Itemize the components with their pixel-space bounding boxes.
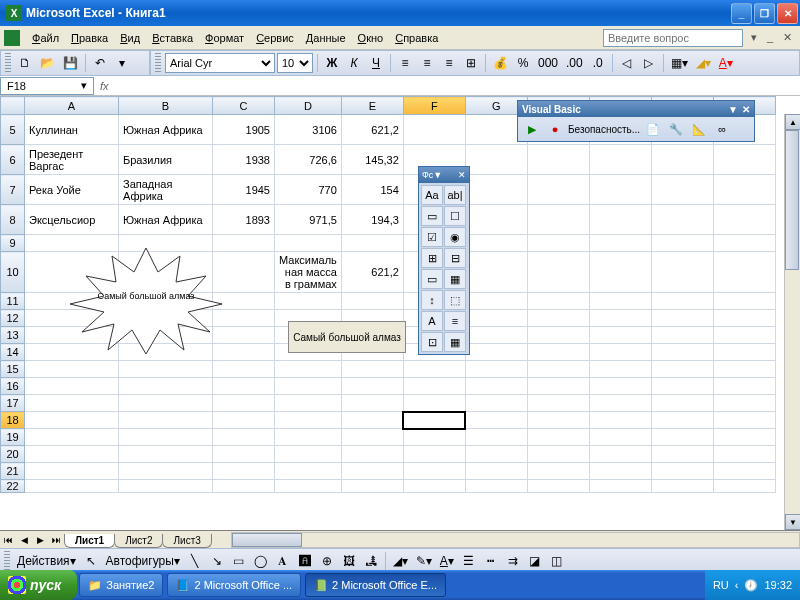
line-button[interactable]: ╲ xyxy=(185,551,205,571)
cell[interactable] xyxy=(713,293,775,310)
cell[interactable] xyxy=(403,480,465,493)
toolbox-control-icon[interactable]: ↕ xyxy=(421,290,443,310)
cell[interactable] xyxy=(341,480,403,493)
menu-вид[interactable]: Вид xyxy=(114,30,146,46)
vb-editor-button[interactable]: 📄 xyxy=(643,119,663,139)
cell[interactable] xyxy=(465,293,527,310)
cell[interactable] xyxy=(651,446,713,463)
cell[interactable] xyxy=(527,463,589,480)
wordart-button[interactable]: 🅰 xyxy=(295,551,315,571)
tab-next-button[interactable]: ▶ xyxy=(32,532,48,548)
new-button[interactable]: 🗋 xyxy=(15,53,35,73)
cell[interactable] xyxy=(651,412,713,429)
cell[interactable] xyxy=(527,429,589,446)
cell[interactable] xyxy=(465,344,527,361)
toolbox-control-icon[interactable]: ≡ xyxy=(444,311,466,331)
cell[interactable] xyxy=(713,480,775,493)
percent-button[interactable]: % xyxy=(513,53,533,73)
open-button[interactable]: 📂 xyxy=(37,53,58,73)
cell[interactable] xyxy=(527,252,589,293)
cell[interactable]: 154 xyxy=(341,175,403,205)
sheet-macro-button[interactable]: Самый большой алмаз xyxy=(288,321,406,353)
cell[interactable] xyxy=(713,175,775,205)
cell[interactable] xyxy=(651,175,713,205)
cell[interactable] xyxy=(119,412,213,429)
save-button[interactable]: 💾 xyxy=(60,53,81,73)
borders-button[interactable]: ▦▾ xyxy=(668,53,691,73)
cell[interactable] xyxy=(25,412,119,429)
cell[interactable] xyxy=(275,480,342,493)
oval-button[interactable]: ◯ xyxy=(251,551,271,571)
cell[interactable] xyxy=(119,480,213,493)
cell[interactable] xyxy=(713,235,775,252)
cell[interactable]: 194,3 xyxy=(341,205,403,235)
cell[interactable] xyxy=(713,446,775,463)
col-header-C[interactable]: C xyxy=(213,97,275,115)
row-header-14[interactable]: 14 xyxy=(1,344,25,361)
cell[interactable] xyxy=(275,361,342,378)
cell[interactable] xyxy=(465,463,527,480)
increase-decimal-button[interactable]: .00 xyxy=(563,53,586,73)
cell[interactable] xyxy=(713,252,775,293)
formula-input[interactable] xyxy=(115,77,800,95)
cell[interactable] xyxy=(341,361,403,378)
fill-color-button[interactable]: ◢▾ xyxy=(390,551,411,571)
cell[interactable] xyxy=(589,378,651,395)
font-size-select[interactable]: 10 xyxy=(277,53,313,73)
cell[interactable] xyxy=(527,145,589,175)
font-color-button[interactable]: A▾ xyxy=(437,551,457,571)
row-header-22[interactable]: 22 xyxy=(1,480,25,493)
cell[interactable] xyxy=(341,293,403,310)
vb-tools-button[interactable]: 🔧 xyxy=(666,119,686,139)
cell[interactable] xyxy=(465,252,527,293)
cell[interactable] xyxy=(119,361,213,378)
menu-окно[interactable]: Окно xyxy=(352,30,390,46)
cell[interactable] xyxy=(213,429,275,446)
cell[interactable] xyxy=(527,344,589,361)
toolbox-control-icon[interactable]: ▦ xyxy=(444,269,466,289)
cell[interactable] xyxy=(465,175,527,205)
toolbar-more-icon[interactable]: ▾ xyxy=(112,53,132,73)
cell[interactable] xyxy=(527,235,589,252)
cell[interactable]: Максималь ная масса в граммах xyxy=(275,252,342,293)
toolbox-control-icon[interactable]: ⊟ xyxy=(444,248,466,268)
select-all-corner[interactable] xyxy=(1,97,25,115)
row-header-11[interactable]: 11 xyxy=(1,293,25,310)
cell[interactable] xyxy=(341,378,403,395)
language-indicator[interactable]: RU xyxy=(713,579,729,591)
cell[interactable] xyxy=(403,395,465,412)
cell[interactable] xyxy=(341,446,403,463)
toolbox-control-icon[interactable]: A xyxy=(421,311,443,331)
cell[interactable] xyxy=(213,395,275,412)
cell[interactable] xyxy=(527,378,589,395)
fill-color-button[interactable]: ◢▾ xyxy=(693,53,714,73)
cell[interactable]: 621,2 xyxy=(341,252,403,293)
cell[interactable] xyxy=(341,429,403,446)
row-header-9[interactable]: 9 xyxy=(1,235,25,252)
cell[interactable] xyxy=(213,446,275,463)
menu-вставка[interactable]: Вставка xyxy=(146,30,199,46)
cell[interactable] xyxy=(465,429,527,446)
cell[interactable] xyxy=(651,145,713,175)
cell[interactable] xyxy=(341,235,403,252)
menu-данные[interactable]: Данные xyxy=(300,30,352,46)
cell[interactable] xyxy=(589,327,651,344)
font-name-select[interactable]: Arial Cyr xyxy=(165,53,275,73)
scroll-thumb[interactable] xyxy=(785,130,799,270)
row-header-13[interactable]: 13 xyxy=(1,327,25,344)
cell[interactable] xyxy=(25,378,119,395)
cell[interactable] xyxy=(589,293,651,310)
cell[interactable] xyxy=(403,412,465,429)
row-header-18[interactable]: 18 xyxy=(1,412,25,429)
cell[interactable] xyxy=(403,361,465,378)
shadow-button[interactable]: ◪ xyxy=(525,551,545,571)
autoshapes-menu[interactable]: Автофигуры ▾ xyxy=(103,551,183,571)
cell[interactable] xyxy=(589,344,651,361)
row-header-8[interactable]: 8 xyxy=(1,205,25,235)
cell[interactable] xyxy=(713,361,775,378)
italic-button[interactable]: К xyxy=(344,53,364,73)
cell[interactable] xyxy=(651,378,713,395)
diagram-button[interactable]: ⊕ xyxy=(317,551,337,571)
design-mode-button[interactable]: 📐 xyxy=(689,119,709,139)
cell[interactable] xyxy=(213,378,275,395)
